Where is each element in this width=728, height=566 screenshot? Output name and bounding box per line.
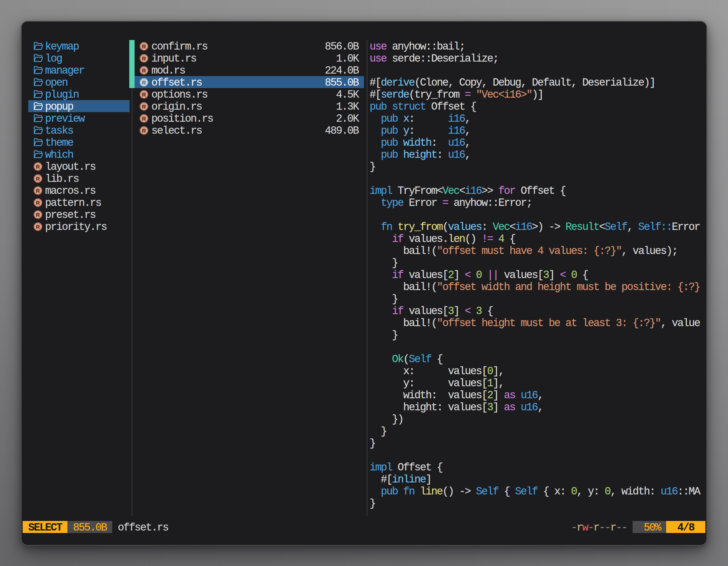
svg-text:R: R <box>142 68 146 74</box>
svg-text:R: R <box>142 56 146 62</box>
svg-text:R: R <box>142 80 146 86</box>
svg-text:R: R <box>36 176 40 182</box>
svg-text:R: R <box>142 104 146 110</box>
svg-text:R: R <box>142 116 146 122</box>
svg-text:R: R <box>36 164 40 170</box>
svg-text:R: R <box>36 212 40 218</box>
svg-text:R: R <box>142 92 146 98</box>
svg-text:R: R <box>142 44 146 50</box>
svg-text:R: R <box>36 188 40 194</box>
svg-text:R: R <box>36 200 40 206</box>
svg-text:R: R <box>36 224 40 230</box>
svg-text:R: R <box>142 128 146 134</box>
